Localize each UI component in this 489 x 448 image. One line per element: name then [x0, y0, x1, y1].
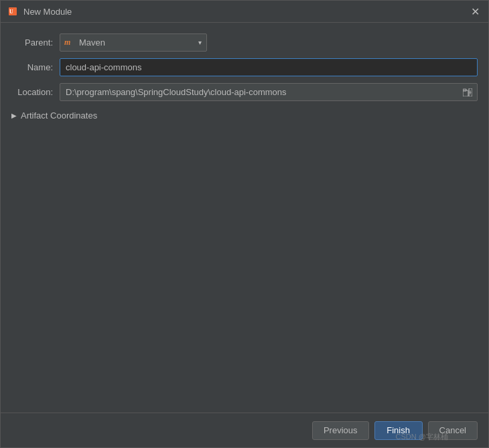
name-control: [60, 58, 478, 76]
app-icon: U: [7, 6, 18, 17]
location-wrapper: [60, 83, 478, 101]
name-row: Name:: [11, 58, 478, 76]
location-input[interactable]: [60, 83, 478, 101]
artifact-section: ▶ Artifact Coordinates: [11, 108, 478, 123]
location-control: [60, 83, 478, 101]
previous-button[interactable]: Previous: [312, 421, 369, 440]
parent-row: Parent: m Maven ▾: [11, 33, 478, 52]
dialog-footer: Previous Finish Cancel: [1, 413, 488, 447]
cancel-button[interactable]: Cancel: [428, 421, 478, 440]
expand-arrow-icon: ▶: [11, 112, 17, 119]
new-module-dialog: U New Module ✕ Parent: m Maven ▾ Name:: [0, 0, 489, 448]
finish-button[interactable]: Finish: [374, 421, 423, 440]
parent-control: m Maven ▾: [60, 33, 478, 52]
titlebar: U New Module ✕: [1, 1, 488, 23]
dialog-body: Parent: m Maven ▾ Name: Location:: [1, 23, 488, 413]
location-label: Location:: [11, 87, 60, 97]
svg-text:U: U: [9, 9, 13, 15]
artifact-coordinates-label: Artifact Coordinates: [21, 110, 97, 121]
name-input[interactable]: [60, 58, 478, 76]
name-label: Name:: [11, 62, 60, 72]
location-row: Location:: [11, 83, 478, 101]
parent-select[interactable]: Maven: [60, 33, 207, 52]
parent-label: Parent:: [11, 38, 60, 48]
browse-button[interactable]: [459, 87, 476, 98]
parent-select-wrapper: m Maven ▾: [60, 33, 207, 52]
close-button[interactable]: ✕: [468, 5, 482, 18]
artifact-coordinates-toggle[interactable]: ▶ Artifact Coordinates: [11, 108, 478, 123]
dialog-title: New Module: [23, 7, 468, 17]
